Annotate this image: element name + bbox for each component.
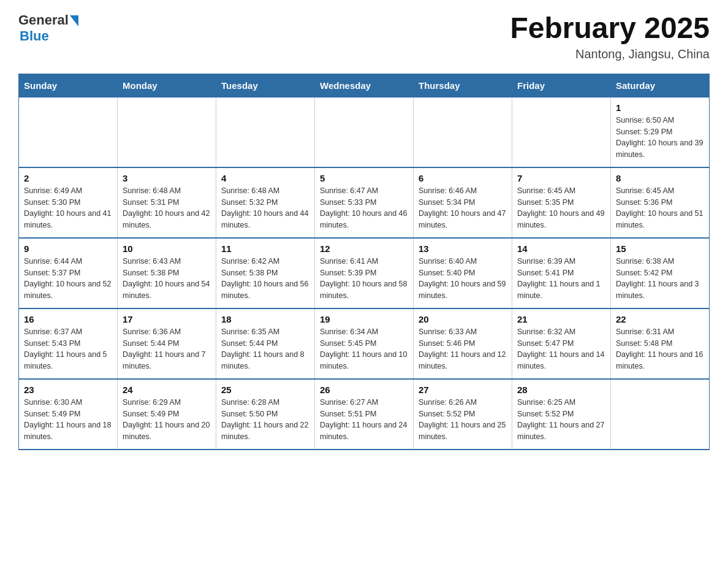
logo-arrow-icon bbox=[70, 15, 78, 26]
day-info: Sunrise: 6:33 AMSunset: 5:46 PMDaylight:… bbox=[419, 326, 507, 372]
day-number: 8 bbox=[616, 173, 704, 183]
day-info: Sunrise: 6:46 AMSunset: 5:34 PMDaylight:… bbox=[419, 185, 507, 231]
calendar-day-cell: 20Sunrise: 6:33 AMSunset: 5:46 PMDayligh… bbox=[414, 308, 512, 379]
calendar-day-cell bbox=[414, 97, 512, 167]
calendar-day-cell: 17Sunrise: 6:36 AMSunset: 5:44 PMDayligh… bbox=[118, 308, 216, 379]
calendar-header-cell: Friday bbox=[512, 74, 611, 97]
calendar-week-row: 16Sunrise: 6:37 AMSunset: 5:43 PMDayligh… bbox=[19, 308, 710, 379]
day-info: Sunrise: 6:36 AMSunset: 5:44 PMDaylight:… bbox=[123, 326, 211, 372]
day-info: Sunrise: 6:26 AMSunset: 5:52 PMDaylight:… bbox=[419, 397, 507, 443]
calendar-header-row: SundayMondayTuesdayWednesdayThursdayFrid… bbox=[19, 74, 710, 97]
calendar-day-cell: 14Sunrise: 6:39 AMSunset: 5:41 PMDayligh… bbox=[512, 238, 611, 308]
day-info: Sunrise: 6:35 AMSunset: 5:44 PMDaylight:… bbox=[221, 326, 309, 372]
calendar-title: February 2025 bbox=[510, 12, 710, 45]
day-number: 27 bbox=[419, 385, 507, 395]
calendar-day-cell: 22Sunrise: 6:31 AMSunset: 5:48 PMDayligh… bbox=[611, 308, 710, 379]
day-info: Sunrise: 6:29 AMSunset: 5:49 PMDaylight:… bbox=[123, 397, 211, 443]
calendar-header: SundayMondayTuesdayWednesdayThursdayFrid… bbox=[19, 74, 710, 97]
calendar-day-cell: 8Sunrise: 6:45 AMSunset: 5:36 PMDaylight… bbox=[611, 167, 710, 238]
day-number: 16 bbox=[24, 314, 112, 324]
calendar-day-cell: 6Sunrise: 6:46 AMSunset: 5:34 PMDaylight… bbox=[414, 167, 512, 238]
day-info: Sunrise: 6:48 AMSunset: 5:31 PMDaylight:… bbox=[123, 185, 211, 231]
day-info: Sunrise: 6:41 AMSunset: 5:39 PMDaylight:… bbox=[320, 256, 408, 302]
calendar-day-cell bbox=[611, 379, 710, 450]
calendar-day-cell: 4Sunrise: 6:48 AMSunset: 5:32 PMDaylight… bbox=[216, 167, 315, 238]
calendar-day-cell: 28Sunrise: 6:25 AMSunset: 5:52 PMDayligh… bbox=[512, 379, 611, 450]
calendar-day-cell: 12Sunrise: 6:41 AMSunset: 5:39 PMDayligh… bbox=[315, 238, 414, 308]
calendar-day-cell: 1Sunrise: 6:50 AMSunset: 5:29 PMDaylight… bbox=[611, 97, 710, 167]
day-number: 24 bbox=[123, 385, 211, 395]
calendar-header-cell: Sunday bbox=[19, 74, 118, 97]
calendar-table: SundayMondayTuesdayWednesdayThursdayFrid… bbox=[18, 74, 710, 450]
day-info: Sunrise: 6:45 AMSunset: 5:35 PMDaylight:… bbox=[517, 185, 605, 231]
calendar-day-cell: 26Sunrise: 6:27 AMSunset: 5:51 PMDayligh… bbox=[315, 379, 414, 450]
day-info: Sunrise: 6:27 AMSunset: 5:51 PMDaylight:… bbox=[320, 397, 408, 443]
day-number: 28 bbox=[517, 385, 605, 395]
calendar-header-cell: Tuesday bbox=[216, 74, 315, 97]
day-number: 5 bbox=[320, 173, 408, 183]
logo-general-text: General bbox=[18, 12, 69, 28]
day-number: 3 bbox=[123, 173, 211, 183]
day-number: 2 bbox=[24, 173, 112, 183]
day-info: Sunrise: 6:40 AMSunset: 5:40 PMDaylight:… bbox=[419, 256, 507, 302]
day-info: Sunrise: 6:38 AMSunset: 5:42 PMDaylight:… bbox=[616, 256, 704, 302]
calendar-header-cell: Wednesday bbox=[315, 74, 414, 97]
calendar-week-row: 1Sunrise: 6:50 AMSunset: 5:29 PMDaylight… bbox=[19, 97, 710, 167]
calendar-day-cell bbox=[118, 97, 216, 167]
day-info: Sunrise: 6:50 AMSunset: 5:29 PMDaylight:… bbox=[616, 115, 704, 161]
calendar-header-cell: Thursday bbox=[414, 74, 512, 97]
calendar-day-cell: 3Sunrise: 6:48 AMSunset: 5:31 PMDaylight… bbox=[118, 167, 216, 238]
day-info: Sunrise: 6:43 AMSunset: 5:38 PMDaylight:… bbox=[123, 256, 211, 302]
calendar-week-row: 23Sunrise: 6:30 AMSunset: 5:49 PMDayligh… bbox=[19, 379, 710, 450]
day-number: 23 bbox=[24, 385, 112, 395]
calendar-day-cell bbox=[512, 97, 611, 167]
calendar-day-cell: 21Sunrise: 6:32 AMSunset: 5:47 PMDayligh… bbox=[512, 308, 611, 379]
calendar-day-cell: 23Sunrise: 6:30 AMSunset: 5:49 PMDayligh… bbox=[19, 379, 118, 450]
calendar-week-row: 9Sunrise: 6:44 AMSunset: 5:37 PMDaylight… bbox=[19, 238, 710, 308]
calendar-day-cell: 2Sunrise: 6:49 AMSunset: 5:30 PMDaylight… bbox=[19, 167, 118, 238]
day-info: Sunrise: 6:45 AMSunset: 5:36 PMDaylight:… bbox=[616, 185, 704, 231]
calendar-day-cell: 10Sunrise: 6:43 AMSunset: 5:38 PMDayligh… bbox=[118, 238, 216, 308]
calendar-day-cell: 16Sunrise: 6:37 AMSunset: 5:43 PMDayligh… bbox=[19, 308, 118, 379]
day-info: Sunrise: 6:37 AMSunset: 5:43 PMDaylight:… bbox=[24, 326, 112, 372]
day-info: Sunrise: 6:32 AMSunset: 5:47 PMDaylight:… bbox=[517, 326, 605, 372]
day-number: 6 bbox=[419, 173, 507, 183]
day-number: 9 bbox=[24, 243, 112, 254]
day-number: 20 bbox=[419, 314, 507, 324]
day-number: 17 bbox=[123, 314, 211, 324]
calendar-day-cell: 18Sunrise: 6:35 AMSunset: 5:44 PMDayligh… bbox=[216, 308, 315, 379]
calendar-day-cell bbox=[216, 97, 315, 167]
day-info: Sunrise: 6:44 AMSunset: 5:37 PMDaylight:… bbox=[24, 256, 112, 302]
day-number: 18 bbox=[221, 314, 309, 324]
title-block: February 2025 Nantong, Jiangsu, China bbox=[510, 12, 710, 61]
day-info: Sunrise: 6:39 AMSunset: 5:41 PMDaylight:… bbox=[517, 256, 605, 302]
day-info: Sunrise: 6:28 AMSunset: 5:50 PMDaylight:… bbox=[221, 397, 309, 443]
day-info: Sunrise: 6:30 AMSunset: 5:49 PMDaylight:… bbox=[24, 397, 112, 443]
calendar-day-cell: 24Sunrise: 6:29 AMSunset: 5:49 PMDayligh… bbox=[118, 379, 216, 450]
calendar-week-row: 2Sunrise: 6:49 AMSunset: 5:30 PMDaylight… bbox=[19, 167, 710, 238]
day-number: 22 bbox=[616, 314, 704, 324]
day-number: 19 bbox=[320, 314, 408, 324]
calendar-day-cell: 15Sunrise: 6:38 AMSunset: 5:42 PMDayligh… bbox=[611, 238, 710, 308]
calendar-day-cell: 13Sunrise: 6:40 AMSunset: 5:40 PMDayligh… bbox=[414, 238, 512, 308]
calendar-day-cell: 27Sunrise: 6:26 AMSunset: 5:52 PMDayligh… bbox=[414, 379, 512, 450]
day-number: 21 bbox=[517, 314, 605, 324]
day-number: 1 bbox=[616, 102, 704, 113]
calendar-header-cell: Monday bbox=[118, 74, 216, 97]
day-number: 7 bbox=[517, 173, 605, 183]
logo: General Blue bbox=[18, 12, 78, 44]
day-number: 15 bbox=[616, 243, 704, 254]
day-info: Sunrise: 6:48 AMSunset: 5:32 PMDaylight:… bbox=[221, 185, 309, 231]
calendar-day-cell: 19Sunrise: 6:34 AMSunset: 5:45 PMDayligh… bbox=[315, 308, 414, 379]
day-info: Sunrise: 6:47 AMSunset: 5:33 PMDaylight:… bbox=[320, 185, 408, 231]
calendar-body: 1Sunrise: 6:50 AMSunset: 5:29 PMDaylight… bbox=[19, 97, 710, 450]
day-number: 25 bbox=[221, 385, 309, 395]
day-number: 4 bbox=[221, 173, 309, 183]
day-info: Sunrise: 6:31 AMSunset: 5:48 PMDaylight:… bbox=[616, 326, 704, 372]
day-number: 13 bbox=[419, 243, 507, 254]
day-number: 26 bbox=[320, 385, 408, 395]
calendar-day-cell: 9Sunrise: 6:44 AMSunset: 5:37 PMDaylight… bbox=[19, 238, 118, 308]
day-info: Sunrise: 6:42 AMSunset: 5:38 PMDaylight:… bbox=[221, 256, 309, 302]
logo-blue-text: Blue bbox=[20, 28, 49, 44]
calendar-day-cell: 25Sunrise: 6:28 AMSunset: 5:50 PMDayligh… bbox=[216, 379, 315, 450]
